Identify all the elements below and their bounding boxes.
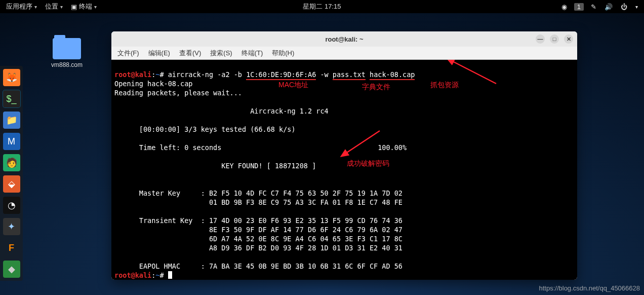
out-mkh: Master Key : B2 F5 10 4D FC C7 F4 75 63 … <box>114 189 402 197</box>
prompt-hash: # <box>159 70 168 79</box>
folder-label: vm888.com <box>47 61 87 68</box>
menu-view[interactable]: 查看(V) <box>179 49 201 58</box>
cmd-mac: 1C:60:DE:9D:6F:A6 <box>246 70 316 80</box>
out-tk3: 6D A7 4A 52 0E 8C 9E A4 C6 04 65 3E F3 C… <box>114 235 402 243</box>
dock: 🦊 $_ 📁 M 🧑 ⬙ ◔ ✦ F ◆ <box>0 66 23 281</box>
menu-search[interactable]: 搜索(S) <box>210 49 232 58</box>
dock-terminal[interactable]: $_ <box>3 90 20 107</box>
out-l1: Opening hack-08.cap <box>114 80 192 88</box>
power-icon[interactable]: ⏻ <box>618 3 630 11</box>
terminal-output[interactable]: root@kali:~# aircrack-ng -a2 -b 1C:60:DE… <box>111 60 577 280</box>
out-keys: [00:00:00] 3/3 keys tested (66.68 k/s) <box>114 125 296 133</box>
workspace-indicator[interactable]: 1 <box>574 3 584 11</box>
top-panel: 应用程序 位置 ▣ 终端 ▾ 星期二 17:15 ◉ 1 ✎ 🔊 ⏻ ▾ <box>0 0 644 13</box>
menu-terminal-launcher[interactable]: ▣ 终端 ▾ <box>68 2 100 11</box>
clock[interactable]: 星期二 17:15 <box>300 2 344 11</box>
menubar: 文件(F) 编辑(E) 查看(V) 搜索(S) 终端(T) 帮助(H) <box>111 47 577 60</box>
out-tkh: Transient Key : 17 4D 00 23 E0 F6 93 E2 … <box>114 216 402 225</box>
out-tk2: 8E F3 50 9F DF AF 14 77 D6 6F 24 C6 79 6… <box>114 226 402 234</box>
volume-icon[interactable]: 🔊 <box>601 3 616 11</box>
cmd-prefix: aircrack-ng -a2 -b <box>168 70 246 79</box>
out-l2: Reading packets, please wait... <box>114 89 242 97</box>
prompt-hash-2: # <box>159 271 168 279</box>
dock-armitage[interactable]: 🧑 <box>3 154 20 171</box>
folder-icon <box>53 38 81 59</box>
arrow-cap-icon <box>446 60 501 89</box>
out-hmac: EAPOL HMAC : 7A BA 3E 45 0B 9E BD 3B 10 … <box>114 262 402 270</box>
prompt-user-2: root@kali <box>114 271 151 279</box>
menu-places[interactable]: 位置 <box>42 2 66 11</box>
out-time: Time left: 0 seconds 100.00% <box>114 143 407 152</box>
dock-metasploit[interactable]: M <box>3 133 20 150</box>
terminal-icon: ▣ <box>71 3 77 11</box>
menu-edit[interactable]: 编辑(E) <box>148 49 170 58</box>
cmd-mid: -w <box>316 70 333 79</box>
desktop-folder[interactable]: vm888.com <box>47 38 87 68</box>
terminal-window: root@kali: ~ — □ ✕ 文件(F) 编辑(E) 查看(V) 搜索(… <box>111 31 577 280</box>
titlebar[interactable]: root@kali: ~ — □ ✕ <box>111 31 577 47</box>
recording-icon[interactable]: ◉ <box>558 3 570 11</box>
terminal-label: 终端 <box>79 2 92 11</box>
dock-zenmap[interactable]: ◔ <box>3 197 20 214</box>
dock-app[interactable]: ◆ <box>3 261 20 278</box>
dock-files[interactable]: 📁 <box>3 112 20 129</box>
menu-applications[interactable]: 应用程序 <box>3 2 40 11</box>
out-mk2: 01 BD 9B F3 8E C9 75 A3 3C FA 01 F8 1E C… <box>114 198 402 206</box>
cmd-cap: hack-08.cap <box>370 70 415 80</box>
dock-burp[interactable]: ⬙ <box>3 175 20 193</box>
maximize-button[interactable]: □ <box>550 34 559 44</box>
minimize-button[interactable]: — <box>536 34 545 44</box>
annot-cap: 抓包资源 <box>430 80 459 89</box>
svg-line-0 <box>452 61 496 84</box>
menu-file[interactable]: 文件(F) <box>117 49 139 58</box>
out-title: Aircrack-ng 1.2 rc4 <box>114 107 329 115</box>
cursor <box>168 271 172 279</box>
menu-terminal[interactable]: 终端(T) <box>242 49 263 58</box>
dock-maltego[interactable]: ✦ <box>3 218 20 235</box>
annot-mac: MAC地址 <box>278 80 308 89</box>
prompt-user: root@kali <box>114 70 151 79</box>
annot-dict: 字典文件 <box>362 82 390 91</box>
close-button[interactable]: ✕ <box>564 34 573 44</box>
watermark: https://blog.csdn.net/qq_45066628 <box>539 284 640 292</box>
dock-faraday[interactable]: F <box>3 239 20 256</box>
window-title: root@kali: ~ <box>325 35 363 43</box>
out-tk4: A8 D9 36 DF B2 D0 93 4F 28 1D 01 D3 31 E… <box>114 244 402 252</box>
cmd-sp <box>366 70 370 79</box>
color-picker-icon[interactable]: ✎ <box>588 3 599 11</box>
menu-help[interactable]: 帮助(H) <box>272 49 294 58</box>
annot-success: 成功破解密码 <box>347 159 389 168</box>
out-found: KEY FOUND! [ 18871208 ] <box>114 162 316 170</box>
cmd-dict: pass.txt <box>333 70 366 80</box>
system-menu-chevron-icon[interactable]: ▾ <box>632 4 641 10</box>
dock-firefox[interactable]: 🦊 <box>3 69 20 86</box>
